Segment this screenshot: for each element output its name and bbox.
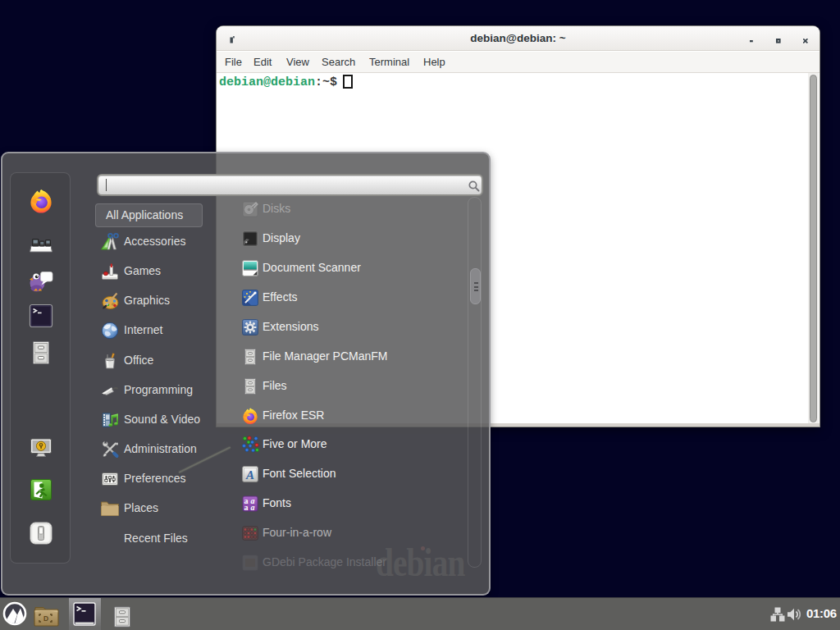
svg-text:a: a xyxy=(244,503,249,512)
svg-text:a: a xyxy=(251,503,255,512)
svg-text:A: A xyxy=(245,468,254,482)
svg-text:D: D xyxy=(43,614,48,623)
